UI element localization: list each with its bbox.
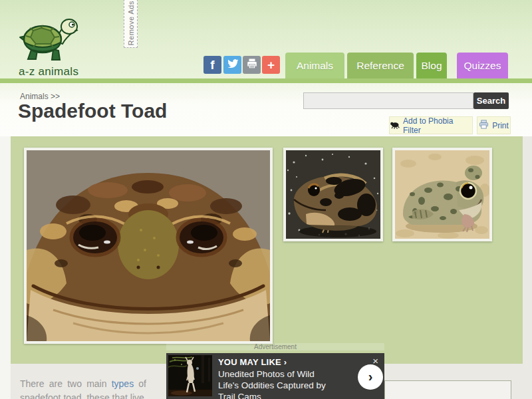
remove-ads-label: Remove Ads — [127, 1, 135, 45]
page: a-z animals Remove Ads f — [0, 0, 532, 399]
phobia-button-label: Add to Phobia Filter — [403, 116, 472, 135]
nav-animals[interactable]: Animals — [285, 53, 344, 78]
paragraph-text: There are two main — [20, 378, 112, 389]
print-button-label: Print — [492, 121, 509, 130]
add-to-phobia-filter-button[interactable]: Add to Phobia Filter — [389, 116, 473, 134]
twitter-bird-icon — [227, 58, 239, 72]
logo-text: a-z animals — [19, 65, 78, 78]
chevron-right-icon: › — [368, 369, 373, 384]
print-page-button[interactable]: Print — [477, 116, 511, 134]
turtle-logo-icon — [19, 55, 80, 66]
left-margin — [0, 136, 11, 399]
main-toad-photo[interactable] — [24, 148, 273, 344]
share-plus-button[interactable]: + — [262, 56, 280, 74]
header-divider-bar — [0, 78, 532, 83]
page-title: Spadefoot Toad — [18, 100, 167, 122]
ad-banner: YOU MAY LIKE › × Unedited Photos of Wild… — [166, 353, 384, 399]
print-share-button[interactable] — [243, 56, 261, 74]
plus-icon: + — [267, 59, 275, 71]
nav-blog[interactable]: Blog — [416, 53, 447, 78]
ad-text[interactable]: Unedited Photos of Wild Life's Oddities … — [218, 368, 332, 399]
printer-icon — [479, 120, 489, 131]
ad-trailcam-image[interactable] — [168, 355, 212, 396]
toad-thumbnail-2[interactable] — [392, 148, 492, 241]
facebook-icon: f — [210, 59, 214, 71]
ad-header[interactable]: YOU MAY LIKE › — [218, 357, 287, 367]
facebook-share-button[interactable]: f — [203, 56, 221, 74]
intro-paragraph: There are two main types of spadefoot to… — [20, 377, 146, 399]
twitter-share-button[interactable] — [223, 56, 241, 74]
search-button[interactable]: Search — [473, 92, 509, 109]
remove-ads-button[interactable]: Remove Ads — [124, 0, 138, 48]
ad-next-button[interactable]: › — [358, 364, 383, 390]
title-bar: Animals >> Spadefoot Toad Search Add to … — [0, 83, 532, 136]
toad-thumbnail-1[interactable] — [283, 148, 383, 241]
advertisement-label: Advertisement — [166, 343, 384, 350]
types-link[interactable]: types — [112, 378, 134, 389]
facts-box — [384, 380, 511, 399]
nav-quizzes[interactable]: Quizzes — [457, 53, 508, 78]
main-content: Advertisement There are two main types o… — [0, 136, 532, 399]
printer-icon — [246, 58, 258, 72]
site-header: a-z animals Remove Ads f — [0, 0, 532, 78]
phobia-critter-icon — [390, 120, 400, 131]
search-input[interactable] — [303, 92, 473, 109]
az-animals-logo[interactable]: a-z animals — [19, 17, 105, 78]
nav-reference[interactable]: Reference — [347, 53, 414, 78]
